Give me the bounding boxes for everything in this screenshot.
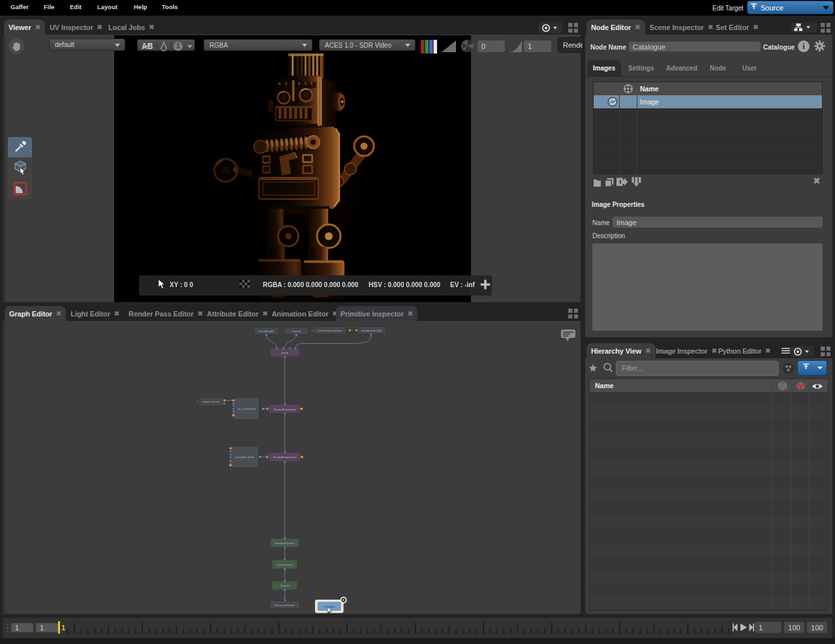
svg-text:Camera: Camera xyxy=(292,330,301,333)
svg-text:StandardOptions: StandardOptions xyxy=(275,542,295,545)
svg-text:CyclesOptions: CyclesOptions xyxy=(277,563,294,566)
svg-text:InteractiveRender: InteractiveRender xyxy=(275,604,296,607)
svg-text:uv_scaled_bsdf: uv_scaled_bsdf xyxy=(237,407,256,410)
svg-text:ShaderAssignment1: ShaderAssignment1 xyxy=(273,455,297,459)
svg-text:Group: Group xyxy=(281,351,289,354)
svg-text:background_light: background_light xyxy=(361,329,382,332)
svg-text:Catalogue: Catalogue xyxy=(324,605,336,608)
svg-text:principled_bsdf1: principled_bsdf1 xyxy=(235,455,254,459)
svg-text:SceneReader: SceneReader xyxy=(258,330,275,333)
svg-text:environment_texture: environment_texture xyxy=(318,329,342,332)
svg-text:ShaderAssignment: ShaderAssignment xyxy=(274,408,297,411)
svg-text:image_texture: image_texture xyxy=(203,400,220,403)
svg-text:Outputs: Outputs xyxy=(281,584,290,587)
